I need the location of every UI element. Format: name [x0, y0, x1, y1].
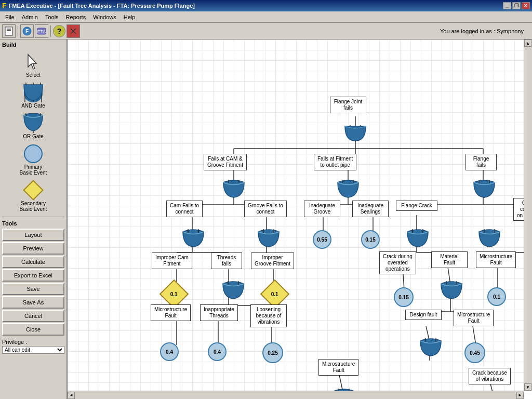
privilege-select[interactable]: All can edit: [2, 346, 64, 354]
toolbar-icon3[interactable]: FTA: [35, 24, 48, 38]
menu-tools[interactable]: Tools: [42, 13, 62, 21]
toolbar-icon2[interactable]: F: [20, 24, 34, 38]
node-inadequate-groove-label: InadequateGroove: [304, 201, 340, 217]
gate-g6[interactable]: [256, 229, 281, 248]
node-crack-vibrations-label: Crack becauseof vibrations: [469, 368, 511, 384]
privilege-label: Privilege :: [2, 339, 64, 345]
scroll-left-btn[interactable]: ◄: [68, 392, 75, 399]
event-e10[interactable]: 0.25: [262, 342, 283, 363]
menu-help[interactable]: Help: [121, 13, 139, 21]
gate-g13[interactable]: [418, 338, 443, 357]
export-btn[interactable]: Export to Excel: [2, 269, 64, 282]
node-flange-crack[interactable]: Flange Crack: [396, 201, 437, 211]
event-e5-circle: 0.1: [487, 287, 506, 306]
node-inadequate-sealings[interactable]: InadequateSealings: [352, 201, 389, 217]
close-btn-title[interactable]: ✕: [522, 2, 530, 9]
app-title: FMEA Executive - [Fault Tree Analysis - …: [9, 3, 195, 9]
gate-g4[interactable]: [472, 180, 497, 199]
node-cam-groove[interactable]: Fails at CAM &Groove Fitment: [204, 154, 247, 170]
menu-reports[interactable]: Reports: [63, 13, 89, 21]
event-e4-circle: 0.15: [394, 287, 414, 307]
gate-g5[interactable]: [181, 229, 206, 248]
toolbar-close[interactable]: [66, 24, 80, 38]
node-material-fault[interactable]: MaterialFault: [431, 251, 468, 268]
layout-btn[interactable]: Layout: [2, 229, 64, 241]
preview-btn[interactable]: Preview: [2, 242, 64, 255]
restore-btn[interactable]: ❐: [512, 2, 521, 9]
node-loosening2[interactable]: Looseningbecause ofvibrations: [250, 304, 287, 327]
node-threads-fails-label: Threadsfails: [211, 252, 242, 269]
scroll-up-btn[interactable]: ▲: [524, 39, 531, 47]
close-btn[interactable]: Close: [2, 323, 64, 336]
event-e3[interactable]: 0.1: [164, 284, 184, 304]
node-improper-groove[interactable]: ImproperGroove Fitment: [251, 252, 294, 269]
node-micro-fault3[interactable]: MicrostructureFault: [454, 310, 494, 326]
gate-g10[interactable]: [221, 281, 246, 300]
select-icon: [21, 51, 46, 72]
node-micro-fault2[interactable]: MicrostructureFault: [151, 304, 191, 321]
tool-primary-event[interactable]: Primary Basic Event: [2, 142, 64, 177]
event-e11[interactable]: 0.45: [464, 342, 485, 363]
gate-g7[interactable]: [405, 229, 430, 248]
build-title: Build: [2, 42, 64, 48]
event-e2[interactable]: 0.15: [361, 230, 380, 249]
primary-event-icon: [21, 143, 46, 164]
toolbar-sep1: [18, 25, 18, 37]
horizontal-scrollbar[interactable]: ◄ ►: [68, 391, 524, 399]
node-root-label: Flange Jointfails: [330, 97, 366, 113]
node-threads-fails[interactable]: Threadsfails: [211, 252, 242, 269]
event-e4[interactable]: 0.15: [394, 287, 414, 307]
node-design-fault[interactable]: Design fault: [405, 310, 442, 320]
toolbar-new[interactable]: [2, 24, 16, 38]
toolbar-help[interactable]: ?: [53, 25, 65, 37]
svg-text:F: F: [25, 29, 29, 34]
node-groove-fails-label: Groove Fails toconnect: [244, 201, 287, 217]
menu-bar: File Admin Tools Reports Windows Help: [0, 11, 532, 23]
node-inadequate-groove[interactable]: InadequateGroove: [304, 201, 340, 217]
menu-admin[interactable]: Admin: [19, 13, 41, 21]
scroll-down-btn[interactable]: ▼: [524, 383, 531, 391]
event-e9[interactable]: 0.4: [208, 342, 227, 361]
tool-or-gate[interactable]: OR Gate: [2, 111, 64, 141]
menu-windows[interactable]: Windows: [90, 13, 119, 21]
node-crack-overated[interactable]: Crack duringoveratedoperations: [379, 251, 416, 274]
and-gate-icon: [21, 82, 46, 103]
node-flange-fails[interactable]: Flangefails: [466, 154, 497, 170]
event-e5[interactable]: 0.1: [487, 287, 506, 306]
event-e11-circle: 0.45: [464, 342, 485, 363]
event-e8[interactable]: 0.4: [160, 342, 179, 361]
node-groove-fails[interactable]: Groove Fails toconnect: [244, 201, 287, 217]
gate-g8[interactable]: [477, 229, 502, 248]
canvas-scroll[interactable]: Flange Jointfails Fails at CAM &Groove F…: [68, 39, 532, 399]
vertical-scrollbar[interactable]: ▲ ▼: [524, 39, 532, 391]
or-gate-g4: [472, 180, 497, 198]
or-gate-icon: [21, 113, 46, 134]
event-e7[interactable]: 0.1: [264, 284, 285, 304]
node-fitment-outlet[interactable]: Fails at Fitmentto outlet pipe: [314, 154, 356, 170]
node-root[interactable]: Flange Jointfails: [330, 97, 366, 113]
calculate-btn[interactable]: Calculate: [2, 256, 64, 268]
save-as-btn[interactable]: Save As: [2, 296, 64, 309]
node-inapp-threads[interactable]: InappropriateThreads: [200, 304, 238, 321]
canvas-area[interactable]: Flange Jointfails Fails at CAM &Groove F…: [68, 39, 532, 399]
cancel-btn[interactable]: Cancel: [2, 310, 64, 322]
node-flange-crack-label: Flange Crack: [396, 201, 437, 211]
node-micro-fault4[interactable]: MicrostructureFault: [318, 359, 358, 376]
gate-root-and[interactable]: [343, 125, 368, 143]
scroll-right-btn[interactable]: ►: [516, 392, 524, 399]
gate-g3[interactable]: [336, 180, 361, 199]
node-improper-cam[interactable]: Improper CamFitment: [152, 252, 192, 269]
gate-g2[interactable]: [221, 180, 246, 199]
node-micro-fault1[interactable]: MicrostructureFault: [476, 251, 516, 268]
node-cam-fails[interactable]: Cam Fails toconnect: [166, 201, 203, 217]
tool-and-gate[interactable]: AND Gate: [2, 81, 64, 110]
or-gate-g13: [418, 338, 443, 356]
menu-file[interactable]: File: [2, 13, 18, 21]
minimize-btn[interactable]: _: [503, 2, 511, 9]
tool-secondary-event[interactable]: Secondary Basic Event: [2, 178, 64, 214]
node-crack-vibrations[interactable]: Crack becauseof vibrations: [469, 368, 511, 384]
save-btn[interactable]: Save: [2, 283, 64, 295]
tool-select[interactable]: Select: [2, 50, 64, 79]
event-e1[interactable]: 0.55: [313, 230, 331, 249]
gate-g12[interactable]: [439, 281, 464, 300]
